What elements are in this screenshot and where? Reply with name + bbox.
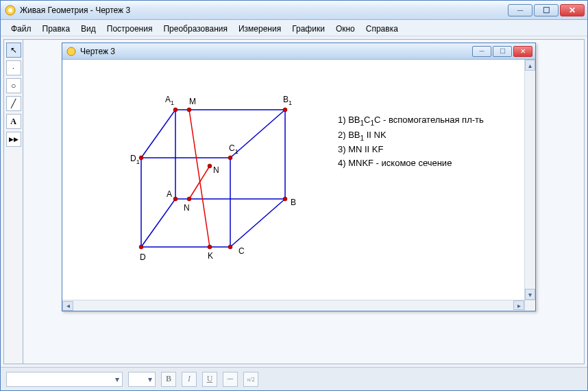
proof-line-3: 3) MN II KF	[338, 143, 484, 156]
label-K: K	[208, 251, 213, 261]
label-D: D	[140, 252, 146, 262]
svg-line-13	[230, 199, 285, 247]
minimize-button[interactable]: ─	[508, 4, 532, 16]
svg-line-11	[141, 110, 175, 158]
segment-tool[interactable]: ╱	[6, 96, 21, 111]
label-C1: C1	[229, 143, 238, 155]
canvas-area[interactable]: Чертеж 3 ─ ☐ ✕	[23, 40, 584, 364]
titlebar: Живая Геометрия - Чертеж 3 ─ ☐ ✕	[1, 1, 587, 20]
close-button[interactable]: ✕	[560, 4, 585, 16]
menu-measure[interactable]: Измерения	[234, 23, 286, 35]
label-B: B	[291, 198, 296, 207]
maximize-button[interactable]: ☐	[534, 4, 559, 16]
workspace: ↖ · ○ ╱ A ▶▶ Чертеж 3 ─ ☐ ✕	[3, 39, 585, 364]
app-title: Живая Геометрия - Чертеж 3	[20, 5, 508, 15]
circle-tool[interactable]: ○	[6, 78, 21, 93]
underline-button[interactable]: U	[202, 372, 217, 387]
svg-point-26	[208, 164, 212, 168]
misc-tool[interactable]: ▶▶	[6, 132, 21, 147]
menu-help[interactable]: Справка	[361, 23, 403, 35]
label-M: M	[189, 97, 196, 106]
toolbox: ↖ · ○ ╱ A ▶▶	[4, 40, 23, 364]
scroll-up-icon[interactable]: ▴	[525, 60, 535, 71]
label-A: A	[167, 189, 172, 199]
menubar: Файл Правка Вид Построения Преобразовани…	[1, 20, 587, 36]
scroll-left-icon[interactable]: ◂	[62, 301, 73, 311]
window-controls: ─ ☐ ✕	[508, 4, 585, 16]
doc-maximize-button[interactable]: ☐	[493, 46, 512, 57]
svg-point-19	[283, 197, 287, 201]
proof-text: 1) BB1C1C - вспомогательная пл-ть 2) BB1…	[338, 113, 484, 169]
label-C: C	[238, 246, 245, 256]
app-icon	[5, 5, 16, 16]
scroll-corner	[524, 300, 535, 311]
label-D1: D1	[130, 154, 140, 165]
menu-graph[interactable]: Графики	[287, 23, 330, 35]
vscroll-thumb[interactable]	[526, 72, 534, 287]
svg-point-28	[208, 245, 212, 249]
scroll-down-icon[interactable]: ▾	[525, 289, 535, 300]
svg-point-22	[228, 156, 232, 160]
svg-point-21	[139, 156, 143, 160]
menu-transform[interactable]: Преобразования	[158, 23, 232, 35]
point-tool[interactable]: ·	[6, 60, 21, 75]
doc-minimize-button[interactable]: ─	[472, 46, 491, 57]
svg-point-1	[8, 8, 12, 12]
math-format-button[interactable]: π/2	[243, 372, 258, 387]
label-A1: A1	[165, 95, 174, 106]
document-title: Чертеж 3	[80, 47, 472, 56]
document-icon	[66, 47, 76, 56]
menu-edit[interactable]: Правка	[38, 23, 75, 35]
menu-view[interactable]: Вид	[76, 23, 101, 35]
document-window: Чертеж 3 ─ ☐ ✕	[62, 43, 536, 311]
horizontal-scrollbar[interactable]: ◂ ▸	[62, 300, 524, 311]
svg-line-16	[189, 166, 210, 199]
svg-point-20	[173, 197, 177, 201]
svg-point-24	[139, 245, 143, 249]
menu-file[interactable]: Файл	[6, 23, 36, 35]
svg-point-25	[187, 108, 191, 112]
label-N-top: N	[213, 165, 219, 175]
geometry-diagram: A1 M B1 D1 C1 N A N B D K C	[62, 60, 336, 300]
svg-point-27	[187, 197, 191, 201]
menu-construct[interactable]: Построения	[102, 23, 158, 35]
app-window: Живая Геометрия - Чертеж 3 ─ ☐ ✕ Файл Пр…	[0, 0, 588, 391]
font-size-select[interactable]	[128, 372, 156, 387]
format-toolbar: B I U ─ π/2	[1, 367, 587, 390]
proof-line-4: 4) MNKF - искомое сечение	[338, 156, 484, 170]
document-body[interactable]: A1 M B1 D1 C1 N A N B D K C	[62, 60, 535, 311]
vertical-scrollbar[interactable]: ▴ ▾	[524, 60, 535, 300]
document-titlebar: Чертеж 3 ─ ☐ ✕	[62, 43, 535, 60]
svg-point-18	[283, 108, 287, 112]
label-N-mid: N	[184, 203, 190, 213]
svg-point-17	[173, 108, 177, 112]
menu-window[interactable]: Окно	[331, 23, 360, 35]
text-tool[interactable]: A	[6, 114, 21, 129]
svg-line-15	[189, 110, 210, 247]
arrow-tool[interactable]: ↖	[6, 43, 21, 58]
svg-point-2	[67, 47, 75, 56]
font-family-select[interactable]	[6, 372, 123, 387]
label-B1: B1	[283, 95, 292, 106]
document-controls: ─ ☐ ✕	[472, 46, 532, 57]
scroll-right-icon[interactable]: ▸	[513, 300, 524, 310]
italic-button[interactable]: I	[182, 372, 197, 387]
proof-line-1: 1) BB1C1C - вспомогательная пл-ть	[338, 113, 484, 128]
bold-button[interactable]: B	[161, 372, 176, 387]
proof-line-2: 2) BB1 II NK	[338, 128, 484, 143]
svg-line-12	[230, 110, 285, 158]
strike-button[interactable]: ─	[223, 372, 238, 387]
doc-close-button[interactable]: ✕	[513, 46, 532, 57]
svg-line-14	[141, 199, 175, 247]
svg-point-23	[228, 245, 232, 249]
